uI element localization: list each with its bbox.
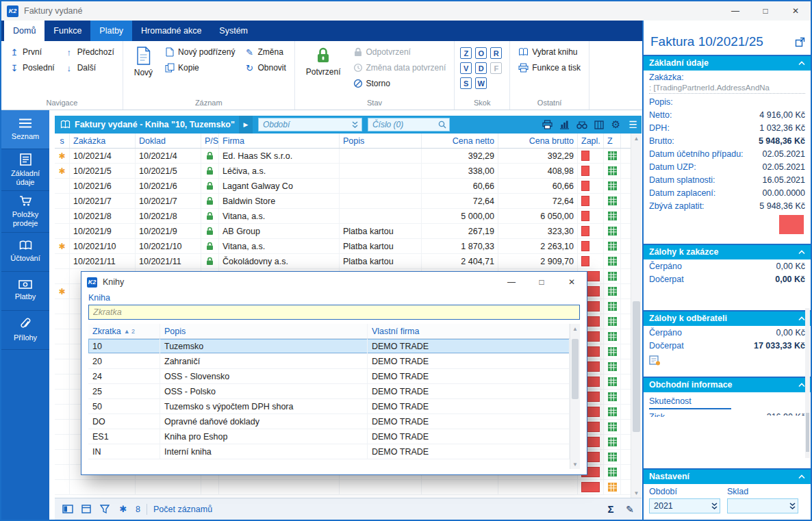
period-dropdown[interactable]: 2021 bbox=[649, 498, 720, 513]
star-icon[interactable]: ✱ bbox=[117, 504, 129, 514]
table-row[interactable]: ✱10/2021/1010/2021/10Vitana, a.s.Platba … bbox=[55, 239, 631, 254]
book-row-20[interactable]: 20ZahraničíDEMO TRADE bbox=[88, 354, 570, 369]
view-panes-icon[interactable] bbox=[62, 505, 74, 513]
warehouse-dropdown[interactable] bbox=[727, 498, 798, 513]
column-header-z[interactable]: Z bbox=[604, 134, 621, 148]
table-row[interactable]: 10/2021/610/2021/6Lagant Galway Co60,666… bbox=[55, 179, 631, 194]
gear-icon[interactable]: ⚙ bbox=[607, 116, 624, 134]
column-header-zapl[interactable]: Zapl. bbox=[578, 134, 604, 148]
book-row-do[interactable]: DOOpravné daňové dokladyDEMO TRADE bbox=[88, 414, 570, 429]
jump-key-w[interactable]: W bbox=[475, 77, 487, 89]
section-header-zalohy-k-zakazce[interactable]: Zálohy k zakázce bbox=[644, 245, 811, 259]
number-search-input[interactable]: Číslo (0) bbox=[368, 118, 450, 131]
jump-key-s[interactable]: S bbox=[460, 77, 472, 89]
binoculars-icon[interactable] bbox=[573, 116, 590, 134]
column-header-vlastni-firma[interactable]: Vlastní firma bbox=[368, 324, 570, 338]
ribbon-button-zmena[interactable]: ✎Změna bbox=[242, 47, 288, 58]
card-view-icon[interactable] bbox=[80, 505, 92, 513]
ribbon-button-posledni[interactable]: ↧Poslední bbox=[7, 62, 58, 73]
sidebar-item-uctovani[interactable]: Účtování bbox=[1, 233, 49, 272]
column-header-s[interactable]: s bbox=[55, 134, 70, 148]
ribbon-button-storno[interactable]: Storno bbox=[351, 78, 449, 89]
book-row-50[interactable]: 50Tuzemsko s výpočtem DPH shoraDEMO TRAD… bbox=[88, 399, 570, 414]
scrollbar-thumb[interactable] bbox=[572, 339, 579, 399]
ribbon-button-funkce-a-tisk[interactable]: Funkce a tisk bbox=[516, 62, 583, 73]
table-row[interactable]: 10/2021/1110/2021/11Čokoládovny a.s.Plat… bbox=[55, 254, 631, 269]
ribbon-button-obnovit[interactable]: ↻Obnovit bbox=[242, 62, 288, 73]
filter-icon[interactable] bbox=[99, 505, 111, 513]
section-header-zakladni-udaje[interactable]: Základní údaje bbox=[644, 56, 811, 71]
sidebar-item-polozky-prodeje[interactable]: Položky prodeje bbox=[1, 191, 49, 232]
column-header-cena-brutto[interactable]: Cena brutto bbox=[498, 134, 578, 148]
column-header-zakazka[interactable]: Zakázka bbox=[70, 134, 136, 148]
section-header-obchodni-informace[interactable]: Obchodní informace bbox=[644, 378, 811, 392]
sidebar-item-seznam[interactable]: Seznam bbox=[1, 110, 49, 149]
book-row-10[interactable]: 10TuzemskoDEMO TRADE bbox=[88, 339, 570, 354]
book-row-es1[interactable]: ES1Kniha pro EshopDEMO TRADE bbox=[88, 429, 570, 444]
column-header-zkratka[interactable]: Zkratka▲ 2 bbox=[88, 324, 160, 338]
scrollbar-thumb[interactable] bbox=[633, 301, 640, 433]
reality-tab[interactable]: Skutečnost bbox=[644, 392, 811, 409]
chart-icon[interactable] bbox=[556, 116, 573, 134]
sidebar-item-prilohy[interactable]: Přílohy bbox=[1, 311, 49, 350]
column-header-firma[interactable]: Firma bbox=[219, 134, 340, 148]
table-row[interactable]: ✱10/2021/410/2021/4Ed. Haas SK s.r.o.392… bbox=[55, 149, 631, 164]
jump-key-f[interactable]: F bbox=[490, 62, 502, 74]
tab-platby[interactable]: Platby bbox=[90, 21, 132, 41]
external-link-icon[interactable] bbox=[795, 37, 805, 47]
jump-key-o[interactable]: O bbox=[475, 47, 487, 59]
scroll-down-arrow[interactable]: ▼ bbox=[570, 459, 580, 469]
dialog-scrollbar[interactable]: ▲ ▼ bbox=[570, 324, 580, 469]
edit-pencil-icon[interactable]: ✎ bbox=[625, 504, 635, 515]
sidebar-item-zakladni-udaje[interactable]: Základní údaje bbox=[1, 149, 49, 191]
dialog-close-button[interactable]: ✕ bbox=[557, 272, 587, 292]
window-minimize-button[interactable]: — bbox=[720, 1, 750, 21]
column-header-p-s[interactable]: P/S bbox=[201, 134, 219, 148]
scrollbar-thumb[interactable] bbox=[806, 413, 809, 452]
ribbon-button-novy[interactable]: Nový bbox=[129, 43, 158, 77]
jump-key-v[interactable]: V bbox=[460, 62, 472, 74]
sum-icon[interactable]: Σ bbox=[606, 503, 616, 515]
scroll-up-arrow[interactable]: ▲ bbox=[631, 134, 642, 143]
ribbon-button-kopie[interactable]: Kopie bbox=[162, 62, 238, 73]
table-row[interactable]: 10/2021/710/2021/7Baldwin Store72,6472,6… bbox=[55, 194, 631, 209]
table-row[interactable]: 10/2021/810/2021/8Vitana, a.s.5 000,006 … bbox=[55, 209, 631, 224]
panel-scrollbar[interactable] bbox=[805, 308, 810, 458]
scroll-down-arrow[interactable]: ▼ bbox=[631, 488, 642, 498]
table-row[interactable]: 10/2021/910/2021/9AB GroupPlatba kartou2… bbox=[55, 224, 631, 239]
book-row-25[interactable]: 25OSS - PolskoDEMO TRADE bbox=[88, 384, 570, 399]
print-icon[interactable] bbox=[539, 116, 556, 134]
ribbon-button-potvrzeni[interactable]: Potvrzení bbox=[301, 43, 346, 77]
ribbon-button-zmena-data-potvrzeni[interactable]: Změna data potvrzení bbox=[351, 62, 449, 73]
tab-system[interactable]: Systém bbox=[210, 21, 257, 41]
section-header-nastaveni[interactable]: Nastavení bbox=[644, 470, 811, 484]
tab-hromadne-akce[interactable]: Hromadné akce bbox=[132, 21, 210, 41]
book-select-caret[interactable]: ▶ bbox=[239, 116, 253, 134]
book-row-24[interactable]: 24OSS - SlovenskoDEMO TRADE bbox=[88, 369, 570, 384]
window-close-button[interactable]: ✕ bbox=[781, 1, 811, 21]
section-header-zalohy-k-odberateli[interactable]: Zálohy k odběrateli bbox=[644, 312, 811, 326]
table-row[interactable]: ✱10/2021/510/2021/5Léčiva, a.s.338,00408… bbox=[55, 164, 631, 179]
sidebar-item-platby[interactable]: Platby bbox=[1, 272, 49, 311]
table-row[interactable] bbox=[55, 480, 631, 495]
scroll-up-arrow[interactable]: ▲ bbox=[570, 324, 580, 333]
column-header-popis[interactable]: Popis bbox=[160, 324, 368, 338]
column-header-doklad[interactable]: Doklad bbox=[136, 134, 201, 148]
tab-funkce[interactable]: Funkce bbox=[45, 21, 90, 41]
jump-key-r[interactable]: R bbox=[490, 47, 502, 59]
book-search-input[interactable] bbox=[88, 305, 580, 320]
jump-key-z[interactable]: Z bbox=[460, 47, 472, 59]
column-header-cena-netto[interactable]: Cena netto bbox=[422, 134, 498, 148]
ribbon-button-novy-podrizeny[interactable]: Nový podřízený bbox=[162, 47, 238, 58]
ribbon-button-prvni[interactable]: ↥První bbox=[7, 47, 58, 58]
ribbon-button-vybrat-knihu[interactable]: Vybrat knihu bbox=[516, 47, 583, 58]
ribbon-button-dalsi[interactable]: ↓Další bbox=[62, 62, 117, 73]
ribbon-button-odpotvrzeni[interactable]: Odpotvrzení bbox=[351, 47, 449, 58]
tab-domu[interactable]: Domů bbox=[4, 21, 45, 41]
column-header-popis[interactable]: Popis bbox=[340, 134, 422, 148]
window-maximize-button[interactable]: □ bbox=[750, 1, 781, 21]
columns-icon[interactable] bbox=[590, 116, 607, 134]
menu-icon[interactable]: ☰ bbox=[624, 116, 642, 134]
dialog-minimize-button[interactable]: — bbox=[496, 272, 526, 292]
table-scrollbar[interactable]: ▲ ▼ bbox=[631, 134, 642, 498]
